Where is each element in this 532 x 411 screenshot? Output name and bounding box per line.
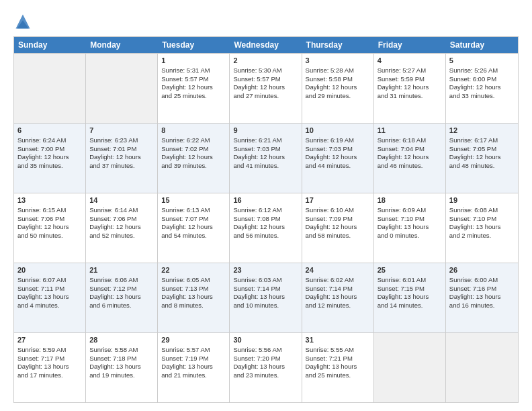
sunrise-line: Sunrise: 5:55 AM <box>306 346 354 353</box>
sunrise-line: Sunrise: 6:19 AM <box>306 136 354 144</box>
calendar-row: 13Sunrise: 6:15 AMSunset: 7:06 PMDayligh… <box>14 193 518 263</box>
calendar-header: SundayMondayTuesdayWednesdayThursdayFrid… <box>14 37 518 53</box>
calendar-cell <box>374 333 446 402</box>
day-number: 24 <box>306 265 370 275</box>
daylight-minutes: and 21 minutes. <box>161 371 207 379</box>
day-number: 7 <box>89 126 154 136</box>
calendar-cell: 8Sunrise: 6:22 AMSunset: 7:02 PMDaylight… <box>158 124 230 193</box>
sunset-line: Sunset: 7:14 PM <box>233 285 280 292</box>
day-number: 5 <box>449 56 515 66</box>
sunrise-line: Sunrise: 6:00 AM <box>449 276 498 283</box>
calendar-cell: 9Sunrise: 6:21 AMSunset: 7:03 PMDaylight… <box>230 124 302 193</box>
sunrise-line: Sunrise: 5:26 AM <box>449 66 498 74</box>
day-number: 2 <box>233 56 298 66</box>
calendar-cell: 10Sunrise: 6:19 AMSunset: 7:03 PMDayligh… <box>302 124 374 193</box>
sunrise-line: Sunrise: 6:15 AM <box>17 206 66 214</box>
day-number: 21 <box>89 265 154 275</box>
daylight-minutes: and 16 minutes. <box>449 302 495 309</box>
sunrise-line: Sunrise: 6:08 AM <box>449 206 498 214</box>
sunset-line: Sunset: 7:19 PM <box>161 355 208 362</box>
calendar-row: 20Sunrise: 6:07 AMSunset: 7:11 PMDayligh… <box>14 263 518 332</box>
daylight-line: Daylight: 13 hours <box>233 293 285 300</box>
sunset-line: Sunset: 5:58 PM <box>306 75 353 83</box>
sunrise-line: Sunrise: 6:12 AM <box>233 206 281 214</box>
calendar-cell: 20Sunrise: 6:07 AMSunset: 7:11 PMDayligh… <box>14 263 86 332</box>
header-cell-friday: Friday <box>374 37 446 53</box>
sunrise-line: Sunrise: 6:09 AM <box>378 206 426 214</box>
daylight-line: Daylight: 12 hours <box>89 223 141 230</box>
daylight-minutes: and 33 minutes. <box>449 92 495 99</box>
daylight-minutes: and 50 minutes. <box>17 232 63 239</box>
calendar-cell: 25Sunrise: 6:01 AMSunset: 7:15 PMDayligh… <box>374 263 446 332</box>
day-number: 29 <box>161 335 226 345</box>
sunrise-line: Sunrise: 6:18 AM <box>378 136 426 144</box>
calendar-cell: 6Sunrise: 6:24 AMSunset: 7:00 PMDaylight… <box>14 124 86 193</box>
daylight-minutes: and 56 minutes. <box>233 232 279 239</box>
sunset-line: Sunset: 7:08 PM <box>233 215 280 222</box>
day-number: 8 <box>161 126 226 136</box>
day-number: 11 <box>378 126 442 136</box>
calendar-cell: 15Sunrise: 6:13 AMSunset: 7:07 PMDayligh… <box>158 193 230 263</box>
daylight-minutes: and 2 minutes. <box>449 232 491 239</box>
daylight-minutes: and 41 minutes. <box>233 162 279 169</box>
daylight-line: Daylight: 13 hours <box>161 293 213 300</box>
daylight-minutes: and 25 minutes. <box>161 92 207 99</box>
sunrise-line: Sunrise: 6:07 AM <box>17 276 66 283</box>
sunrise-line: Sunrise: 6:02 AM <box>306 276 354 283</box>
daylight-line: Daylight: 13 hours <box>17 363 69 370</box>
calendar-cell: 2Sunrise: 5:30 AMSunset: 5:57 PMDaylight… <box>230 54 302 123</box>
sunrise-line: Sunrise: 6:13 AM <box>161 206 210 214</box>
sunrise-line: Sunrise: 6:10 AM <box>306 206 354 214</box>
day-number: 23 <box>233 265 298 275</box>
daylight-line: Daylight: 13 hours <box>161 363 213 370</box>
sunrise-line: Sunrise: 6:06 AM <box>89 276 138 283</box>
daylight-minutes: and 48 minutes. <box>449 162 495 169</box>
sunset-line: Sunset: 7:05 PM <box>449 145 496 152</box>
daylight-line: Daylight: 12 hours <box>306 83 357 91</box>
sunrise-line: Sunrise: 6:01 AM <box>378 276 426 283</box>
calendar-cell: 27Sunrise: 5:59 AMSunset: 7:17 PMDayligh… <box>14 333 86 402</box>
header-cell-thursday: Thursday <box>302 37 374 53</box>
day-number: 26 <box>449 265 515 275</box>
day-number: 30 <box>233 335 298 345</box>
daylight-line: Daylight: 12 hours <box>17 153 69 161</box>
day-number: 17 <box>306 195 370 205</box>
daylight-line: Daylight: 13 hours <box>17 293 69 300</box>
daylight-minutes: and 19 minutes. <box>89 371 135 379</box>
calendar-cell: 19Sunrise: 6:08 AMSunset: 7:10 PMDayligh… <box>446 193 518 263</box>
sunset-line: Sunset: 7:04 PM <box>378 145 425 152</box>
calendar-cell: 31Sunrise: 5:55 AMSunset: 7:21 PMDayligh… <box>302 333 374 402</box>
daylight-minutes: and 58 minutes. <box>306 232 351 239</box>
calendar-cell: 22Sunrise: 6:05 AMSunset: 7:13 PMDayligh… <box>158 263 230 332</box>
daylight-line: Daylight: 12 hours <box>233 83 285 91</box>
calendar-cell: 29Sunrise: 5:57 AMSunset: 7:19 PMDayligh… <box>158 333 230 402</box>
header-cell-monday: Monday <box>86 37 158 53</box>
daylight-minutes: and 27 minutes. <box>233 92 279 99</box>
daylight-line: Daylight: 13 hours <box>89 363 141 370</box>
daylight-minutes: and 31 minutes. <box>378 92 423 99</box>
sunrise-line: Sunrise: 6:21 AM <box>233 136 281 144</box>
calendar-cell: 13Sunrise: 6:15 AMSunset: 7:06 PMDayligh… <box>14 193 86 263</box>
header-cell-tuesday: Tuesday <box>158 37 230 53</box>
calendar-cell: 11Sunrise: 6:18 AMSunset: 7:04 PMDayligh… <box>374 124 446 193</box>
day-number: 1 <box>161 56 226 66</box>
daylight-minutes: and 39 minutes. <box>161 162 207 169</box>
sunset-line: Sunset: 7:03 PM <box>306 145 353 152</box>
sunset-line: Sunset: 7:16 PM <box>449 285 496 292</box>
calendar-cell: 7Sunrise: 6:23 AMSunset: 7:01 PMDaylight… <box>86 124 158 193</box>
daylight-minutes: and 14 minutes. <box>378 302 423 309</box>
header-cell-saturday: Saturday <box>446 37 518 53</box>
day-number: 13 <box>17 195 82 205</box>
day-number: 18 <box>378 195 442 205</box>
day-number: 12 <box>449 126 515 136</box>
day-number: 20 <box>17 265 82 275</box>
calendar-row: 27Sunrise: 5:59 AMSunset: 7:17 PMDayligh… <box>14 332 518 402</box>
sunrise-line: Sunrise: 6:22 AM <box>161 136 210 144</box>
daylight-line: Daylight: 13 hours <box>233 363 285 370</box>
calendar-row: 6Sunrise: 6:24 AMSunset: 7:00 PMDaylight… <box>14 123 518 193</box>
day-number: 22 <box>161 265 226 275</box>
daylight-line: Daylight: 13 hours <box>449 223 501 230</box>
daylight-minutes: and 4 minutes. <box>17 302 59 309</box>
daylight-line: Daylight: 13 hours <box>378 223 429 230</box>
calendar-cell: 16Sunrise: 6:12 AMSunset: 7:08 PMDayligh… <box>230 193 302 263</box>
